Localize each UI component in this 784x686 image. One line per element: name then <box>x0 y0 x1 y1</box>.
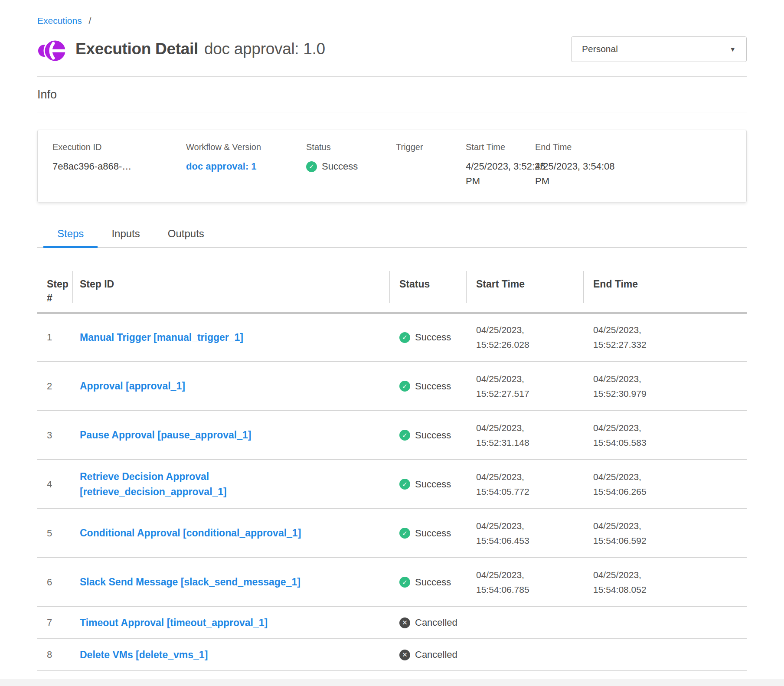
start-time-cell <box>467 607 584 639</box>
title-group: Execution Detail doc approval: 1.0 <box>37 35 325 63</box>
end-time-cell: 04/25/2023,15:52:30.979 <box>584 362 747 411</box>
viewport-bottom-strip <box>0 679 784 686</box>
step-link[interactable]: Retrieve Decision Approval[retrieve_deci… <box>80 469 390 500</box>
tab-outputs[interactable]: Outputs <box>154 228 218 247</box>
step-link[interactable]: Conditional Approval [conditional_approv… <box>80 527 301 539</box>
col-header-end-time: End Time <box>584 270 747 313</box>
info-section-heading: Info <box>37 88 747 101</box>
start-time-cell <box>467 639 584 671</box>
status-label: Success <box>415 577 451 588</box>
table-row: 1 Manual Trigger [manual_trigger_1] ✓ Su… <box>37 313 747 362</box>
start-time-cell: 04/25/2023,15:52:31.148 <box>467 411 584 460</box>
table-row: 5 Conditional Approval [conditional_appr… <box>37 509 747 558</box>
status-label: Success <box>415 479 451 490</box>
start-time-cell: 04/25/2023,15:54:06.785 <box>467 558 584 607</box>
status-label: Cancelled <box>415 617 457 628</box>
cancelled-x-icon: ✕ <box>399 617 410 628</box>
status-label: Success <box>415 381 451 392</box>
field-execution-id: Execution ID 7e8ac396-a868-… <box>52 142 186 189</box>
field-trigger: Trigger <box>396 142 466 189</box>
step-link[interactable]: Manual Trigger [manual_trigger_1] <box>80 332 243 343</box>
success-check-icon: ✓ <box>306 161 317 172</box>
field-label: Start Time <box>466 142 528 152</box>
breadcrumb-executions-link[interactable]: Executions <box>37 16 82 26</box>
step-number: 5 <box>37 509 73 558</box>
field-label: Status <box>306 142 389 152</box>
table-row: 3 Pause Approval [pause_approval_1] ✓ Su… <box>37 411 747 460</box>
table-row: 4 Retrieve Decision Approval[retrieve_de… <box>37 460 747 509</box>
tab-steps[interactable]: Steps <box>43 228 98 247</box>
page-header: Execution Detail doc approval: 1.0 Perso… <box>37 35 747 63</box>
status-label: Success <box>415 332 451 343</box>
field-end-time: End Time 4/25/2023, 3:54:08 PM <box>535 142 738 189</box>
status-label: Success <box>415 528 451 539</box>
step-number: 1 <box>37 313 73 362</box>
cancelled-x-icon: ✕ <box>399 650 410 660</box>
step-number: 4 <box>37 460 73 509</box>
execution-info-card: Execution ID 7e8ac396-a868-… Workflow & … <box>37 130 747 203</box>
step-number: 8 <box>37 639 73 671</box>
end-time-cell: 04/25/2023,15:54:06.265 <box>584 460 747 509</box>
status-value: Success <box>322 159 358 174</box>
col-header-start-time: Start Time <box>467 270 584 313</box>
end-time-cell: 04/25/2023,15:52:27.332 <box>584 313 747 362</box>
success-check-icon: ✓ <box>399 479 410 490</box>
step-number: 7 <box>37 607 73 639</box>
end-time-cell: 04/25/2023,15:54:05.583 <box>584 411 747 460</box>
step-link[interactable]: Pause Approval [pause_approval_1] <box>80 429 251 441</box>
field-label: Execution ID <box>52 142 179 152</box>
start-time-cell: 04/25/2023,15:52:26.028 <box>467 313 584 362</box>
execution-id-value: 7e8ac396-a868-… <box>52 159 179 174</box>
steps-table: Step # Step ID Status Start Time End Tim… <box>37 270 747 671</box>
table-row: 7 Timeout Approval [timeout_approval_1] … <box>37 607 747 639</box>
start-time-cell: 04/25/2023,15:52:27.517 <box>467 362 584 411</box>
col-header-step-id: Step ID <box>73 270 390 313</box>
end-time-cell <box>584 607 747 639</box>
success-check-icon: ✓ <box>399 577 410 588</box>
success-check-icon: ✓ <box>399 430 410 441</box>
end-time-value: 4/25/2023, 3:54:08 PM <box>535 159 731 189</box>
success-check-icon: ✓ <box>399 332 410 343</box>
step-link[interactable]: Timeout Approval [timeout_approval_1] <box>80 617 268 628</box>
chevron-down-icon: ▼ <box>729 46 736 53</box>
title-divider <box>37 76 747 77</box>
table-row: 2 Approval [approval_1] ✓ Success 04/25/… <box>37 362 747 411</box>
step-link[interactable]: Approval [approval_1] <box>80 380 185 392</box>
execution-detail-page: Executions / Execution Detail doc approv… <box>0 0 784 686</box>
end-time-cell: 04/25/2023,15:54:06.592 <box>584 509 747 558</box>
end-time-cell: 04/25/2023,15:54:08.052 <box>584 558 747 607</box>
tab-inputs[interactable]: Inputs <box>98 228 154 247</box>
breadcrumb-separator: / <box>89 16 91 26</box>
step-number: 2 <box>37 362 73 411</box>
success-check-icon: ✓ <box>399 381 410 392</box>
status-label: Cancelled <box>415 649 457 660</box>
workflow-brand-icon <box>37 35 66 63</box>
field-label: Workflow & Version <box>186 142 299 152</box>
workflow-version-link[interactable]: doc approval: 1 <box>186 159 299 174</box>
detail-tabs: Steps Inputs Outputs <box>37 228 747 248</box>
step-link[interactable]: Slack Send Message [slack_send_message_1… <box>80 576 301 588</box>
success-check-icon: ✓ <box>399 528 410 539</box>
field-start-time: Start Time 4/25/2023, 3:52:25 PM <box>466 142 535 189</box>
col-header-step-num: Step # <box>37 270 73 313</box>
step-number: 3 <box>37 411 73 460</box>
workspace-dropdown[interactable]: Personal ▼ <box>571 36 747 62</box>
status-badge: ✓ Success <box>306 159 389 174</box>
page-subtitle: doc approval: 1.0 <box>204 40 325 58</box>
breadcrumb: Executions / <box>37 0 747 26</box>
status-label: Success <box>415 430 451 441</box>
workspace-dropdown-value: Personal <box>582 44 618 54</box>
col-header-status: Status <box>390 270 467 313</box>
step-link[interactable]: Delete VMs [delete_vms_1] <box>80 649 208 660</box>
step-number: 6 <box>37 558 73 607</box>
start-time-value: 4/25/2023, 3:52:25 PM <box>466 159 528 189</box>
start-time-cell: 04/25/2023,15:54:06.453 <box>467 509 584 558</box>
table-row: 6 Slack Send Message [slack_send_message… <box>37 558 747 607</box>
start-time-cell: 04/25/2023,15:54:05.772 <box>467 460 584 509</box>
field-status: Status ✓ Success <box>306 142 396 189</box>
page-title: Execution Detail <box>75 40 198 58</box>
end-time-cell <box>584 639 747 671</box>
table-row: 8 Delete VMs [delete_vms_1] ✕ Cancelled <box>37 639 747 671</box>
field-label: Trigger <box>396 142 459 152</box>
field-workflow-version: Workflow & Version doc approval: 1 <box>186 142 306 189</box>
